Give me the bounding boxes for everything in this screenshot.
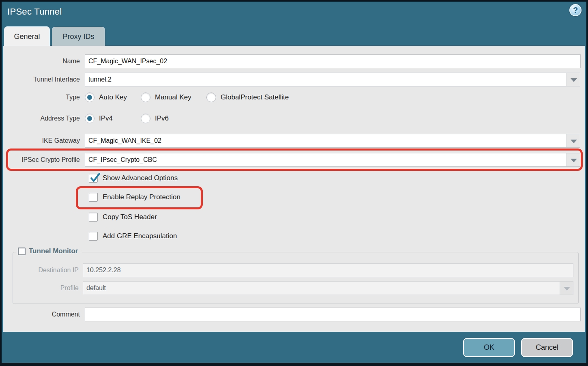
address-type-option-ipv6: IPv6 <box>141 114 169 123</box>
name-input[interactable] <box>85 54 581 68</box>
address-type-label: Address Type <box>4 115 85 122</box>
enable-replay-protection-row: Enable Replay Protection <box>89 192 180 202</box>
type-option-gp-satellite: GlobalProtect Satellite <box>206 93 289 102</box>
enable-replay-protection-label: Enable Replay Protection <box>103 193 180 201</box>
tab-general[interactable]: General <box>4 26 50 46</box>
profile-label: Profile <box>13 284 83 292</box>
globalprotect-satellite-radio[interactable] <box>206 93 216 102</box>
comment-row: Comment <box>4 308 584 321</box>
tunnel-interface-row: Tunnel Interface <box>4 73 584 86</box>
tab-general-label: General <box>14 32 40 41</box>
manual-key-label: Manual Key <box>155 93 191 101</box>
name-row: Name <box>4 54 584 68</box>
add-gre-encapsulation-row: Add GRE Encapsulation <box>89 231 177 241</box>
tunnel-monitor-label: Tunnel Monitor <box>29 247 78 255</box>
destination-ip-input <box>83 263 573 277</box>
tunnel-monitor-fieldset: Tunnel Monitor Destination IP Profile <box>13 252 579 304</box>
type-option-manual-key: Manual Key <box>141 93 206 102</box>
ok-button[interactable]: OK <box>463 338 515 357</box>
address-type-option-ipv4: IPv4 <box>85 114 141 123</box>
type-label: Type <box>4 94 85 101</box>
add-gre-encapsulation-checkbox[interactable] <box>89 232 98 241</box>
destination-ip-label: Destination IP <box>13 267 83 274</box>
destination-ip-row: Destination IP <box>13 263 573 277</box>
comment-label: Comment <box>4 311 85 318</box>
tunnel-monitor-checkbox[interactable] <box>18 248 26 255</box>
auto-key-label: Auto Key <box>99 93 127 101</box>
copy-tos-header-label: Copy ToS Header <box>103 213 157 221</box>
address-type-row: Address Type IPv4 IPv6 <box>4 113 584 124</box>
ipsec-crypto-profile-label: IPSec Crypto Profile <box>4 156 85 164</box>
tab-proxy-ids[interactable]: Proxy IDs <box>52 27 105 46</box>
page-title: IPSec Tunnel <box>7 6 62 17</box>
ike-gateway-input[interactable] <box>85 134 567 148</box>
help-icon[interactable]: ? <box>569 4 582 16</box>
profile-row: Profile <box>13 281 573 295</box>
ipv4-radio[interactable] <box>85 114 94 123</box>
tab-proxy-ids-label: Proxy IDs <box>62 32 94 41</box>
general-tab-panel: Name Tunnel Interface Type Auto Key Manu… <box>3 46 585 332</box>
ike-gateway-dropdown-icon[interactable] <box>567 134 580 148</box>
ipv4-label: IPv4 <box>99 114 113 123</box>
show-advanced-options-checkbox[interactable] <box>89 174 98 183</box>
ipsec-crypto-profile-input[interactable] <box>85 153 567 167</box>
manual-key-radio[interactable] <box>141 93 150 102</box>
ipsec-tunnel-dialog: IPSec Tunnel ? General Proxy IDs Name Tu… <box>0 0 588 366</box>
globalprotect-satellite-label: GlobalProtect Satellite <box>221 93 289 101</box>
comment-input[interactable] <box>85 308 581 321</box>
name-label: Name <box>4 58 85 65</box>
profile-dropdown-icon <box>560 281 573 295</box>
tunnel-interface-dropdown-icon[interactable] <box>567 73 580 86</box>
ipv6-label: IPv6 <box>155 114 169 123</box>
enable-replay-protection-checkbox[interactable] <box>89 193 98 202</box>
tunnel-monitor-legend: Tunnel Monitor <box>16 247 82 255</box>
auto-key-radio[interactable] <box>85 93 94 102</box>
tunnel-interface-label: Tunnel Interface <box>4 76 85 83</box>
ike-gateway-row: IKE Gateway <box>4 134 584 148</box>
type-row: Type Auto Key Manual Key GlobalProtect S… <box>4 92 584 103</box>
ipv6-radio[interactable] <box>141 114 150 123</box>
copy-tos-header-row: Copy ToS Header <box>89 212 157 222</box>
ipsec-crypto-profile-dropdown-icon[interactable] <box>567 153 580 167</box>
cancel-button[interactable]: Cancel <box>521 338 573 357</box>
copy-tos-header-checkbox[interactable] <box>89 213 98 222</box>
dialog-titlebar: IPSec Tunnel ? <box>2 2 586 26</box>
tunnel-interface-input[interactable] <box>85 73 567 86</box>
type-option-auto-key: Auto Key <box>85 93 141 102</box>
add-gre-encapsulation-label: Add GRE Encapsulation <box>103 232 177 240</box>
show-advanced-options-label: Show Advanced Options <box>103 174 178 182</box>
ipsec-crypto-profile-row: IPSec Crypto Profile <box>4 153 584 167</box>
checkmark-icon <box>89 172 101 184</box>
profile-input <box>83 281 560 295</box>
show-advanced-options-row: Show Advanced Options <box>89 173 178 183</box>
ike-gateway-label: IKE Gateway <box>4 137 85 144</box>
